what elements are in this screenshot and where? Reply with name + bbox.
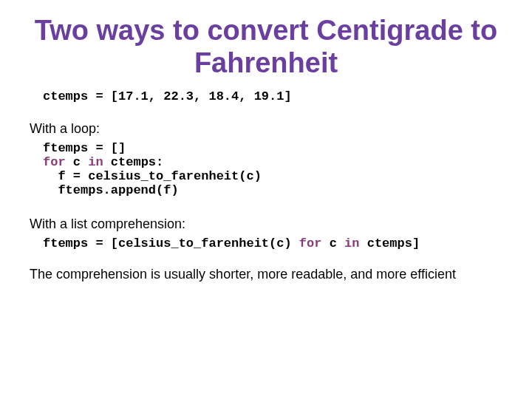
code-loop-line1: ftemps = [] (43, 141, 502, 155)
keyword-for: for (43, 155, 66, 169)
code-text: ctemps: (103, 155, 164, 169)
code-text: c (66, 155, 89, 169)
section-comprehension-label: With a list comprehension: (30, 216, 502, 232)
keyword-in: in (88, 155, 103, 169)
code-loop-line3: f = celsius_to_farenheit(c) (43, 169, 502, 183)
section-loop-label: With a loop: (30, 121, 502, 137)
code-text: ctemps] (359, 236, 420, 250)
keyword-for: for (299, 236, 322, 250)
code-text: c (321, 236, 344, 250)
code-loop-line4: ftemps.append(f) (43, 183, 502, 197)
keyword-in: in (344, 236, 359, 250)
code-comprehension-line: ftemps = [celsius_to_farenheit(c) for c … (43, 236, 502, 250)
code-initial: ctemps = [17.1, 22.3, 18.4, 19.1] (43, 89, 502, 103)
code-loop-line2: for c in ctemps: (43, 155, 502, 169)
page-title: Two ways to convert Centigrade to Fahren… (30, 15, 502, 79)
footer-text: The comprehension is usually shorter, mo… (30, 267, 502, 282)
code-text: ftemps = [celsius_to_farenheit(c) (43, 236, 299, 250)
